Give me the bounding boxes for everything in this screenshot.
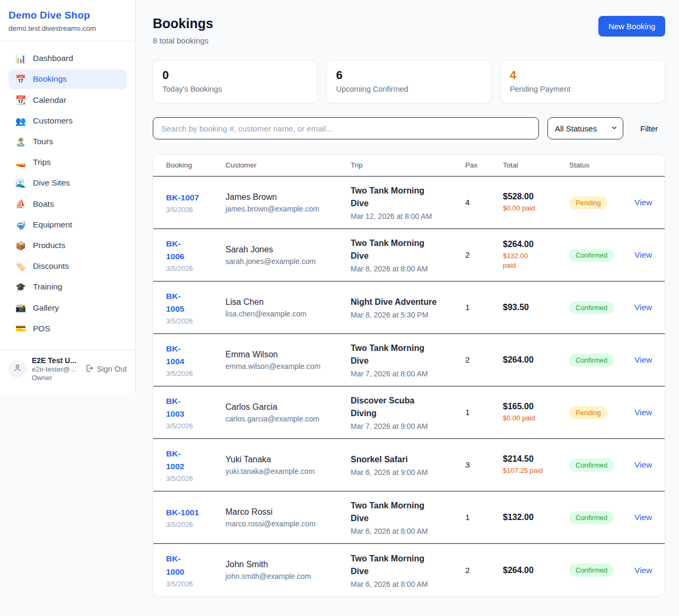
credit-card-icon: 💳 [15, 323, 26, 333]
customer-cell: Emma Wilson emma.wilson@example.com [225, 350, 351, 371]
sign-out-button[interactable]: Sign Out [85, 364, 127, 374]
view-link[interactable]: View [634, 513, 652, 522]
total-amount: $214.50 [503, 454, 569, 464]
camera-icon: 📸 [15, 303, 26, 313]
view-link[interactable]: View [634, 250, 652, 259]
sign-out-icon [85, 364, 94, 374]
table-row: BK- 1003 3/5/2026 Carlos Garcia carlos.g… [153, 386, 665, 439]
status-cell: Confirmed [569, 249, 634, 262]
booking-id-link[interactable]: BK- 1006 [166, 237, 184, 263]
booking-id-link[interactable]: BK-1007 [166, 191, 199, 204]
table-row: BK- 1000 3/5/2026 John Smith john.smith@… [153, 544, 665, 596]
bookings-table: BookingCustomerTripPaxTotalStatus BK-100… [153, 154, 665, 597]
column-header-status: Status [569, 161, 634, 169]
view-link[interactable]: View [634, 355, 652, 364]
sidebar-item-dashboard[interactable]: 📊 Dashboard [8, 49, 127, 68]
sidebar-item-training[interactable]: 🎓 Training [8, 277, 127, 297]
trip-name: Discover Scuba Diving [351, 394, 465, 420]
trip-name: Two Tank Morning Dive [351, 237, 465, 262]
booking-cell: BK- 1006 3/5/2026 [166, 237, 225, 272]
tear-off-calendar-icon: 📆 [15, 95, 26, 105]
user-role: Owner [32, 374, 80, 382]
column-header-trip: Trip [351, 161, 465, 169]
booking-id-link[interactable]: BK- 1000 [166, 552, 184, 578]
trip-datetime: Mar 6, 2026 at 8:00 AM [351, 580, 465, 588]
trip-name: Two Tank Morning Dive [351, 184, 465, 210]
sidebar-item-trips[interactable]: 🚤 Trips [8, 153, 127, 172]
booking-id-link[interactable]: BK- 1002 [166, 447, 184, 473]
paid-amount: $132.00 paid [503, 251, 569, 270]
customer-name: Lisa Chen [225, 297, 351, 307]
action-cell: View [634, 250, 652, 260]
sidebar-item-label: Gallery [33, 303, 59, 313]
shop-domain: demo.test.divestreams.com [8, 24, 127, 32]
booking-id-link[interactable]: BK- 1003 [166, 395, 184, 420]
action-cell: View [634, 355, 652, 365]
sidebar-item-label: Dashboard [33, 54, 73, 64]
booking-date: 3/5/2026 [166, 422, 225, 430]
sidebar-item-pos[interactable]: 💳 POS [8, 319, 127, 338]
view-link[interactable]: View [634, 460, 652, 469]
customer-name: Carlos Garcia [225, 402, 351, 412]
trip-datetime: Mar 6, 2026 at 8:00 AM [351, 527, 465, 535]
sidebar-item-dive-sites[interactable]: 🌊 Dive Sites [8, 173, 127, 193]
stat-value: 4 [510, 68, 656, 82]
customer-email: carlos.garcia@example.com [225, 415, 351, 423]
view-link[interactable]: View [634, 566, 652, 575]
sidebar-item-tours[interactable]: 🏝️ Tours [8, 132, 127, 152]
booking-id-link[interactable]: BK- 1005 [166, 290, 184, 315]
sidebar-item-gallery[interactable]: 📸 Gallery [8, 298, 127, 318]
sidebar-item-boats[interactable]: ⛵ Boats [8, 194, 127, 214]
customer-email: lisa.chen@example.com [225, 310, 351, 318]
customer-name: Sarah Jones [225, 245, 351, 254]
booking-cell: BK-1007 3/5/2026 [166, 191, 225, 214]
booking-date: 3/5/2026 [166, 206, 225, 214]
sidebar-item-products[interactable]: 📦 Products [8, 236, 127, 256]
customer-cell: James Brown james.brown@example.com [225, 192, 351, 213]
customer-cell: Yuki Tanaka yuki.tanaka@example.com [225, 455, 351, 476]
people-icon: 👥 [15, 116, 26, 126]
status-filter-wrap: All Statuses [547, 117, 623, 139]
status-filter-select[interactable]: All Statuses [547, 117, 623, 139]
status-badge: Confirmed [569, 301, 614, 314]
sidebar-item-label: POS [33, 324, 50, 334]
page-subtitle: 8 total bookings [153, 36, 213, 45]
status-cell: Confirmed [569, 511, 634, 524]
booking-id-link[interactable]: BK-1001 [166, 506, 199, 519]
trip-cell: Two Tank Morning Dive Mar 6, 2026 at 8:0… [351, 552, 465, 588]
trip-name: Night Dive Adventure [351, 296, 465, 309]
table-header-row: BookingCustomerTripPaxTotalStatus [153, 154, 665, 177]
status-cell: Pending [569, 196, 634, 209]
search-input[interactable] [153, 117, 539, 139]
sidebar-item-bookings[interactable]: 📅 Bookings [8, 69, 127, 89]
customer-email: john.smith@example.com [225, 572, 351, 580]
sidebar-item-label: Tours [33, 137, 53, 147]
view-link[interactable]: View [634, 303, 652, 312]
trip-cell: Night Dive Adventure Mar 8, 2026 at 5:30… [351, 296, 465, 319]
sidebar-item-label: Boats [33, 199, 54, 209]
new-booking-button[interactable]: New Booking [598, 16, 665, 37]
total-amount: $132.00 [503, 513, 569, 522]
total-amount: $264.00 [503, 240, 569, 249]
customer-email: emma.wilson@example.com [225, 362, 351, 371]
pax-count: 2 [465, 250, 503, 260]
sidebar-item-discounts[interactable]: 🏷️ Discounts [8, 257, 127, 276]
sidebar-item-customers[interactable]: 👥 Customers [8, 111, 127, 131]
sidebar-item-equipment[interactable]: 🤿 Equipment [8, 215, 127, 235]
total-amount: $264.00 [503, 566, 569, 575]
customer-name: John Smith [225, 560, 351, 569]
view-link[interactable]: View [634, 408, 652, 417]
stat-card-pending-payment: 4Pending Payment [500, 60, 665, 103]
speedboat-icon: 🚤 [15, 157, 26, 168]
graduation-cap-icon: 🎓 [15, 282, 26, 292]
view-link[interactable]: View [634, 198, 652, 207]
pax-count: 4 [465, 198, 503, 207]
customer-email: marco.rossi@example.com [225, 520, 351, 528]
sidebar-item-calendar[interactable]: 📆 Calendar [8, 90, 127, 110]
customer-name: Yuki Tanaka [225, 455, 351, 464]
booking-id-link[interactable]: BK- 1004 [166, 342, 184, 368]
booking-cell: BK- 1002 3/5/2026 [166, 447, 225, 482]
status-badge: Confirmed [569, 249, 614, 262]
trip-datetime: Mar 12, 2026 at 8:00 AM [351, 212, 465, 221]
filter-button[interactable]: Filter [640, 124, 658, 133]
